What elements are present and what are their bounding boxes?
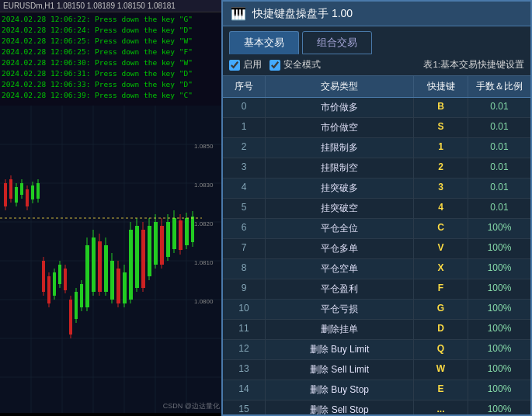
table-row: 7 平仓多单 V 100% [223,239,530,259]
cell-seq: 6 [223,219,266,238]
cell-type: 挂突破空 [266,199,414,218]
cell-key: B [414,98,468,117]
table-row: 10 平仓亏损 G 100% [223,300,530,320]
table-row: 8 平仓空单 X 100% [223,259,530,279]
cell-key: 2 [414,158,468,178]
enable-checkbox-label[interactable]: 启用 [229,58,262,71]
cell-key: W [414,360,468,380]
safe-mode-checkbox-label[interactable]: 安全模式 [269,58,321,71]
cell-type: 删除 Sell Stop [266,400,414,414]
cell-key: 1 [414,138,468,158]
cell-type: 平仓空单 [266,259,414,279]
cell-key: 4 [414,199,468,218]
log-line: 2024.02.28 12:06:39: Press down the key … [2,90,220,101]
cell-type: 挂限制空 [266,158,414,178]
cell-type: 平仓多单 [266,239,414,258]
cell-ratio: 100% [468,259,530,279]
trading-panel: 🎹 快捷键盘操盘手 1.00 基本交易 组合交易 启用 安全模式 表1:基本交易… [221,0,532,416]
enable-label: 启用 [243,58,262,71]
cell-ratio: 100% [468,320,530,339]
cell-type: 挂限制多 [266,138,414,158]
cell-seq: 7 [223,239,266,258]
cell-type: 市价做多 [266,98,414,117]
table-header: 序号 交易类型 快捷键 手数＆比例 [223,76,530,98]
cell-seq: 12 [223,340,266,359]
col-type: 交易类型 [266,76,414,97]
log-line: 2024.02.28 12:06:30: Press down the key … [2,57,220,68]
cell-seq: 15 [223,400,266,414]
cell-seq: 9 [223,279,266,299]
cell-type: 平仓亏损 [266,300,414,319]
table-row: 0 市价做多 B 0.01 [223,98,530,118]
cell-ratio: 0.01 [468,199,530,218]
col-ratio: 手数＆比例 [468,76,530,97]
cell-type: 删除挂单 [266,320,414,339]
svg-text:1.0820: 1.0820 [194,220,214,227]
table-section-title: 表1:基本交易快捷键设置 [423,59,524,71]
svg-text:1.0810: 1.0810 [194,259,214,266]
tab-basic-trade[interactable]: 基本交易 [229,31,299,54]
cell-ratio: 100% [468,300,530,319]
cell-type: 删除 Sell Limit [266,360,414,380]
cell-key: 3 [414,179,468,198]
cell-ratio: 100% [468,400,530,414]
safe-mode-checkbox[interactable] [269,60,280,71]
cell-seq: 2 [223,138,266,158]
panel-header: 🎹 快捷键盘操盘手 1.00 [223,2,530,26]
table-row: 2 挂限制多 1 0.01 [223,138,530,158]
cell-type: 删除 Buy Limit [266,340,414,359]
log-line: 2024.02.28 12:06:22: Press down the key … [2,14,220,25]
cell-key: Q [414,340,468,359]
table-row: 3 挂限制空 2 0.01 [223,158,530,179]
cell-key: S [414,118,468,137]
cell-ratio: 0.01 [468,179,530,198]
table-row: 5 挂突破空 4 0.01 [223,199,530,219]
log-line: 2024.02.28 12:06:33: Press down the key … [2,79,220,90]
cell-type: 平仓盈利 [266,279,414,299]
cell-key: V [414,239,468,258]
cell-ratio: 100% [468,219,530,238]
panel-controls: 启用 安全模式 表1:基本交易快捷键设置 [223,54,530,76]
table-row: 14 删除 Buy Stop E 100% [223,380,530,400]
cell-seq: 14 [223,380,266,400]
cell-key: F [414,279,468,299]
panel-icon: 🎹 [231,6,246,21]
cell-seq: 8 [223,259,266,279]
table-row: 4 挂突破多 3 0.01 [223,179,530,199]
cell-type: 删除 Buy Stop [266,380,414,400]
log-line: 2024.02.28 12:06:31: Press down the key … [2,68,220,79]
cell-ratio: 100% [468,279,530,299]
svg-text:1.0800: 1.0800 [194,298,214,305]
data-table: 序号 交易类型 快捷键 手数＆比例 0 市价做多 B 0.01 1 市价做空 S… [223,76,530,414]
table-row: 11 删除挂单 D 100% [223,320,530,340]
cell-ratio: 0.01 [468,118,530,137]
cell-key: C [414,219,468,238]
tab-combo-trade[interactable]: 组合交易 [302,31,372,54]
table-row: 9 平仓盈利 F 100% [223,279,530,300]
log-area: 2024.02.28 12:06:22: Press down the key … [0,12,221,106]
cell-type: 平仓全位 [266,219,414,238]
cell-ratio: 100% [468,380,530,400]
table-row: 1 市价做空 S 0.01 [223,118,530,138]
cell-key: D [414,320,468,339]
panel-title: 快捷键盘操盘手 1.00 [252,7,353,21]
safe-mode-label: 安全模式 [283,58,321,71]
enable-checkbox[interactable] [229,60,240,71]
cell-key: G [414,300,468,319]
cell-seq: 13 [223,360,266,380]
cell-seq: 5 [223,199,266,218]
cell-seq: 10 [223,300,266,319]
col-seq: 序号 [223,76,266,97]
table-row: 15 删除 Sell Stop ... 100% [223,400,530,414]
cell-seq: 3 [223,158,266,178]
svg-text:1.0830: 1.0830 [194,182,214,189]
cell-seq: 1 [223,118,266,137]
table-body: 0 市价做多 B 0.01 1 市价做空 S 0.01 2 挂限制多 1 0.0… [223,98,530,414]
cell-seq: 4 [223,179,266,198]
cell-key: E [414,380,468,400]
cell-ratio: 0.01 [468,138,530,158]
cell-key: X [414,259,468,279]
svg-text:1.0850: 1.0850 [194,143,214,150]
cell-key: ... [414,400,468,414]
cell-ratio: 100% [468,340,530,359]
